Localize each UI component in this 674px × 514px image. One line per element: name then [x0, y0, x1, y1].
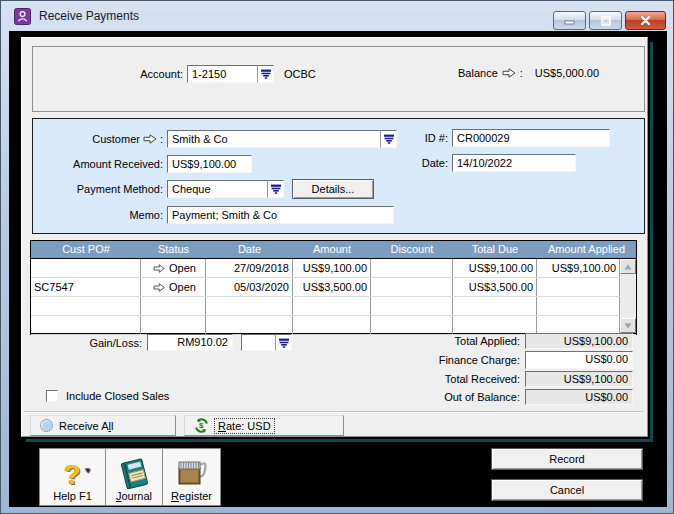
currency-dropdown-button[interactable]: [275, 334, 292, 351]
journal-button[interactable]: Journal: [106, 449, 163, 505]
date-label: Date:: [363, 157, 448, 169]
caret-down-icon: ▼: [84, 456, 92, 486]
account-name: OCBC: [284, 68, 316, 80]
help-button[interactable]: ?▼ Help F1: [40, 449, 106, 505]
table-row[interactable]: Open 27/09/2018 US$9,100.00 US$9,100.00 …: [31, 259, 636, 278]
dropdown-icon: [271, 184, 281, 194]
customer-colon: :: [160, 133, 163, 145]
out-of-balance-label: Out of Balance:: [402, 391, 520, 403]
total-received-row: Total Received: US$9,100.00: [402, 371, 633, 387]
cell-amount-applied[interactable]: [537, 278, 620, 296]
cell-amount: US$9,100.00: [293, 259, 371, 277]
col-total-due: Total Due: [453, 241, 537, 258]
customer-section: Customer : Smith & Co ID #: CR000029: [32, 118, 645, 234]
gain-loss-field[interactable]: RM910.02: [147, 334, 233, 351]
currency-exchange-icon: $: [194, 418, 209, 433]
gain-loss-label: Gain/Loss:: [22, 337, 142, 349]
total-applied-label: Total Applied:: [402, 335, 520, 347]
receive-all-button[interactable]: Receive All: [30, 415, 176, 436]
include-closed-sales-checkbox[interactable]: [46, 390, 58, 402]
payment-method-combo[interactable]: Cheque: [167, 180, 284, 198]
payment-method-dropdown-button[interactable]: [267, 180, 284, 198]
cell-total-due: US$9,100.00: [453, 259, 537, 277]
cancel-button[interactable]: Cancel: [491, 479, 643, 501]
col-discount: Discount: [371, 241, 453, 258]
gain-loss-row: Gain/Loss: RM910.02: [22, 334, 292, 351]
memo-field[interactable]: Payment; Smith & Co: [167, 206, 394, 224]
main-form-panel: Account: 1-2150 OCBC Balance : US$5,000.…: [21, 37, 648, 437]
cell-amount-applied[interactable]: US$9,100.00: [537, 259, 620, 277]
dropdown-icon: [261, 69, 271, 79]
dropdown-icon: [279, 338, 289, 348]
table-row-empty[interactable]: [31, 297, 636, 316]
scroll-up-icon: [624, 264, 632, 270]
app-logo-icon: [14, 8, 31, 25]
titlebar[interactable]: Receive Payments: [1, 1, 673, 31]
finance-charge-field[interactable]: US$0.00: [525, 351, 633, 369]
table-scrollbar[interactable]: [620, 259, 636, 333]
journal-icon: [116, 458, 152, 490]
memo-label: Memo:: [129, 209, 163, 221]
minimize-button[interactable]: [553, 11, 586, 30]
col-cust-po: Cust PO#: [31, 241, 141, 258]
id-label: ID #:: [363, 132, 448, 144]
minimize-icon: [564, 16, 575, 25]
currency-field[interactable]: [241, 334, 275, 351]
customer-field[interactable]: Smith & Co: [167, 130, 380, 148]
col-status: Status: [141, 241, 206, 258]
help-label: Help F1: [53, 490, 92, 502]
register-icon: [174, 458, 210, 490]
close-button[interactable]: [625, 11, 666, 30]
zoom-arrow-icon[interactable]: [153, 264, 165, 273]
finance-charge-row: Finance Charge: US$0.00: [402, 351, 633, 369]
window-content: Account: 1-2150 OCBC Balance : US$5,000.…: [9, 31, 667, 507]
register-button[interactable]: Register: [163, 449, 220, 505]
total-received-label: Total Received:: [402, 373, 520, 385]
table-header: Cust PO# Status Date Amount Discount Tot…: [31, 241, 636, 259]
scroll-down-button[interactable]: [620, 318, 636, 333]
currency-combo[interactable]: [241, 334, 292, 351]
help-icon: ?▼: [64, 460, 81, 490]
window-controls: [553, 11, 666, 30]
balance-colon: :: [520, 67, 523, 79]
amount-received-field[interactable]: US$9,100.00: [167, 155, 252, 173]
col-date: Date: [206, 241, 293, 258]
cell-date: 27/09/2018: [206, 259, 293, 277]
cell-discount: [371, 278, 453, 296]
zoom-arrow-icon[interactable]: [153, 283, 165, 292]
finance-charge-label: Finance Charge:: [402, 354, 520, 366]
details-button[interactable]: Details...: [292, 179, 374, 199]
scroll-down-icon: [624, 323, 632, 329]
total-received-field: US$9,100.00: [525, 371, 633, 387]
id-field[interactable]: CR000029: [452, 129, 610, 147]
cell-cust-po: SC7547: [31, 278, 141, 296]
col-amount: Amount: [293, 241, 371, 258]
zoom-arrow-icon[interactable]: [502, 68, 516, 78]
zoom-arrow-icon[interactable]: [143, 134, 157, 144]
payment-method-label: Payment Method:: [77, 183, 163, 195]
payment-method-field[interactable]: Cheque: [167, 180, 267, 198]
amount-received-label: Amount Received:: [73, 158, 163, 170]
account-combo[interactable]: 1-2150: [187, 65, 274, 83]
maximize-button[interactable]: [589, 11, 622, 30]
restore-icon: [601, 16, 611, 26]
account-dropdown-button[interactable]: [257, 65, 274, 83]
out-of-balance-field: US$0.00: [525, 389, 633, 405]
cell-status: Open: [141, 278, 206, 296]
table-row[interactable]: SC7547 Open 05/03/2020 US$3,500.00 US$3,…: [31, 278, 636, 297]
rate-button[interactable]: $ Rate: USD: [184, 415, 344, 436]
total-applied-row: Total Applied: US$9,100.00: [402, 333, 633, 349]
svg-text:$: $: [199, 421, 204, 430]
date-field[interactable]: 14/10/2022: [452, 154, 576, 172]
scroll-up-button[interactable]: [620, 259, 636, 274]
customer-label: Customer: [92, 133, 140, 145]
account-field[interactable]: 1-2150: [187, 65, 257, 83]
include-closed-sales-option: Include Closed Sales: [46, 390, 169, 402]
cell-date: 05/03/2020: [206, 278, 293, 296]
cell-status: Open: [141, 259, 206, 277]
record-button[interactable]: Record: [491, 448, 643, 470]
invoice-table: Cust PO# Status Date Amount Discount Tot…: [30, 240, 637, 335]
table-body: Open 27/09/2018 US$9,100.00 US$9,100.00 …: [31, 259, 636, 333]
account-label: Account:: [33, 68, 183, 80]
close-icon: [640, 16, 651, 25]
